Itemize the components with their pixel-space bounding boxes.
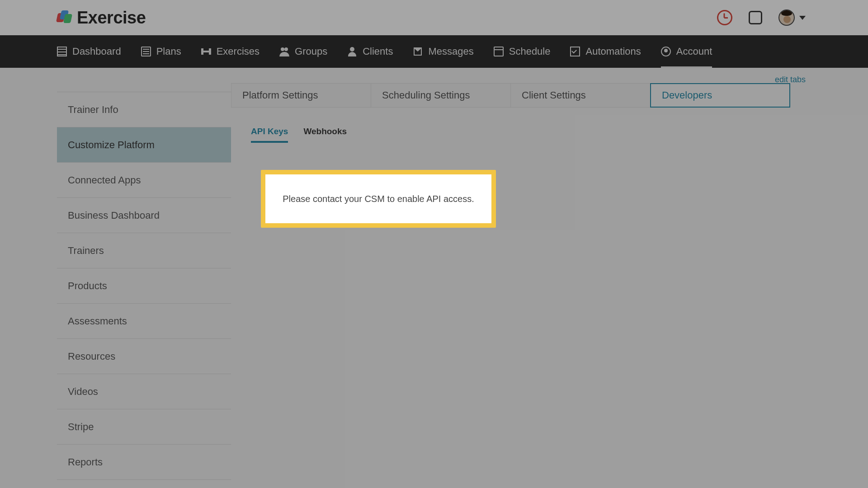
clock-icon[interactable]: [717, 10, 732, 25]
nav-automations[interactable]: Automations: [570, 43, 641, 60]
nav-label: Messages: [428, 46, 473, 57]
user-menu[interactable]: [778, 9, 806, 26]
nav-label: Groups: [295, 46, 327, 57]
sidebar: Trainer Info Customize Platform Connecte…: [57, 92, 231, 480]
nav-messages[interactable]: Messages: [413, 43, 473, 60]
groups-icon: [279, 47, 289, 56]
brand-logo-block[interactable]: Exercise: [57, 8, 146, 28]
account-icon: [661, 47, 671, 56]
api-access-notice-card: Please contact your CSM to enable API ac…: [261, 170, 496, 228]
sidebar-item-resources[interactable]: Resources: [57, 338, 231, 374]
dashboard-icon: [57, 47, 67, 56]
edit-tabs-link[interactable]: edit tabs: [775, 75, 806, 84]
sidebar-item-trainers[interactable]: Trainers: [57, 233, 231, 268]
sidebar-item-videos[interactable]: Videos: [57, 374, 231, 409]
schedule-icon: [494, 47, 504, 56]
content-area: edit tabs Platform Settings Scheduling S…: [231, 68, 868, 480]
plans-icon: [141, 47, 151, 56]
sidebar-item-business-dashboard[interactable]: Business Dashboard: [57, 197, 231, 233]
nav-label: Clients: [363, 46, 393, 57]
nav-label: Plans: [156, 46, 181, 57]
developer-subtabs: API Keys Webhooks: [251, 127, 806, 143]
tab-platform-settings[interactable]: Platform Settings: [231, 83, 371, 108]
nav-clients[interactable]: Clients: [347, 43, 393, 60]
tab-scheduling-settings[interactable]: Scheduling Settings: [371, 83, 511, 108]
chevron-down-icon: [799, 16, 806, 20]
exercises-icon: [201, 47, 211, 56]
subtab-api-keys[interactable]: API Keys: [251, 127, 288, 143]
nav-exercises[interactable]: Exercises: [201, 43, 259, 60]
sidebar-item-assessments[interactable]: Assessments: [57, 303, 231, 339]
nav-plans[interactable]: Plans: [141, 43, 181, 60]
sidebar-item-products[interactable]: Products: [57, 268, 231, 304]
sidebar-item-stripe[interactable]: Stripe: [57, 409, 231, 445]
brand-bar: Exercise: [0, 0, 868, 35]
square-icon[interactable]: [749, 11, 762, 24]
clients-icon: [347, 47, 357, 56]
brand-logo-icon: [57, 10, 71, 25]
tab-developers[interactable]: Developers: [650, 83, 790, 108]
nav-groups[interactable]: Groups: [279, 43, 327, 60]
main-nav: Dashboard Plans Exercises Groups Clients…: [0, 35, 868, 68]
subtab-webhooks[interactable]: Webhooks: [303, 127, 347, 143]
nav-dashboard[interactable]: Dashboard: [57, 43, 121, 60]
nav-label: Automations: [585, 46, 641, 57]
sidebar-item-connected-apps[interactable]: Connected Apps: [57, 162, 231, 198]
tab-client-settings[interactable]: Client Settings: [510, 83, 651, 108]
brand-name: Exercise: [77, 8, 146, 28]
api-access-notice-text: Please contact your CSM to enable API ac…: [283, 194, 474, 204]
sidebar-item-reports[interactable]: Reports: [57, 444, 231, 480]
nav-label: Schedule: [509, 46, 551, 57]
nav-label: Dashboard: [72, 46, 121, 57]
nav-label: Exercises: [217, 46, 259, 57]
nav-account[interactable]: Account: [661, 43, 712, 60]
nav-schedule[interactable]: Schedule: [494, 43, 551, 60]
sidebar-item-customize-platform[interactable]: Customize Platform: [57, 127, 231, 163]
settings-tabs: Platform Settings Scheduling Settings Cl…: [231, 83, 806, 108]
automations-icon: [570, 47, 580, 56]
avatar-icon: [778, 9, 795, 26]
nav-label: Account: [676, 46, 712, 57]
messages-icon: [413, 47, 423, 56]
sidebar-item-trainer-info[interactable]: Trainer Info: [57, 92, 231, 127]
